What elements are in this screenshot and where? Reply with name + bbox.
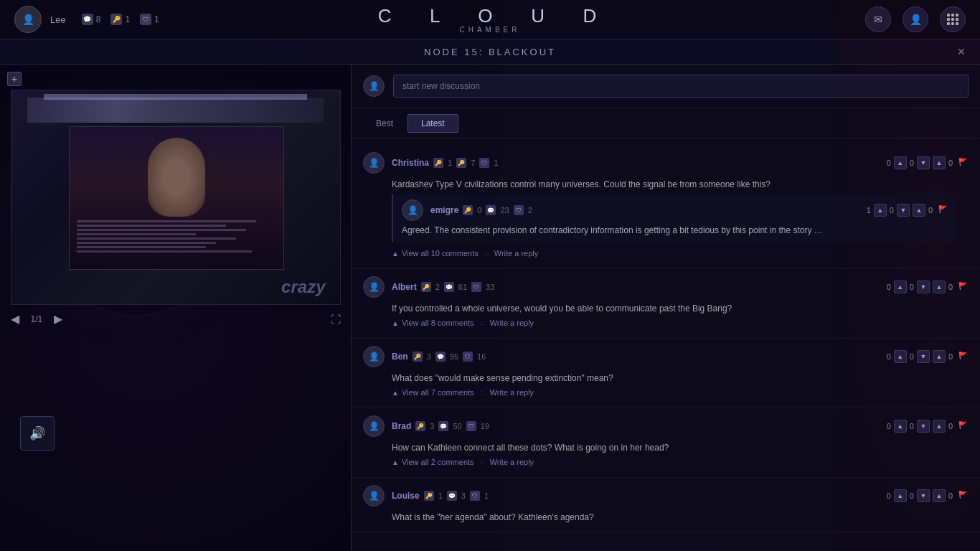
flag-button[interactable]: 🚩 bbox=[958, 491, 969, 501]
comment-badge: 💬 bbox=[447, 491, 457, 501]
comment-votes: 0 ▲ 0 ▼ ▲ 0 🚩 bbox=[887, 350, 969, 363]
comment-icon: 💬 bbox=[82, 14, 93, 25]
vote-down-button[interactable]: ▼ bbox=[917, 281, 930, 293]
comment-stat: 1 bbox=[484, 491, 489, 500]
user-button[interactable]: 👤 bbox=[903, 6, 928, 32]
new-discussion-input[interactable] bbox=[393, 75, 969, 98]
text-line bbox=[77, 242, 217, 244]
view-comments-label: View all 2 comments bbox=[402, 458, 474, 466]
vote-count: 0 bbox=[948, 422, 953, 430]
video-next-button[interactable]: ▶ bbox=[54, 312, 62, 326]
comment-badge-shield: 🛡 bbox=[479, 158, 489, 168]
comment-header: 👤 Louise 🔑 1 💬 3 🛡 1 0 ▲ 0 ▼ bbox=[363, 485, 969, 507]
nested-badge: 💬 bbox=[486, 205, 496, 215]
video-glitch-2 bbox=[44, 94, 306, 100]
separator: ∴ bbox=[480, 389, 484, 397]
view-comments-row: ▲ View all 2 comments ∴ Write a reply bbox=[363, 454, 969, 470]
text-line bbox=[77, 246, 207, 248]
app-logo: C L O U D Chamber bbox=[378, 5, 603, 34]
vote-count: 0 bbox=[890, 206, 894, 215]
vote-up-button[interactable]: ▲ bbox=[894, 489, 907, 502]
vote-up-button[interactable]: ▲ bbox=[894, 281, 907, 293]
grid-button[interactable] bbox=[940, 6, 966, 32]
video-fullscreen-button[interactable]: ⛶ bbox=[331, 314, 341, 325]
flag-button[interactable]: 🚩 bbox=[958, 421, 969, 431]
write-reply-button[interactable]: Write a reply bbox=[490, 458, 534, 466]
comment-votes: 0 ▲ 0 ▼ ▲ 0 🚩 bbox=[887, 281, 969, 293]
comment-username: Louise bbox=[392, 491, 420, 501]
comment-badge: 💬 bbox=[435, 352, 446, 362]
expand-icon: ▲ bbox=[392, 458, 399, 466]
text-line bbox=[77, 233, 197, 235]
video-prev-button[interactable]: ◀ bbox=[11, 312, 19, 326]
nav-stat-keys: 🔑 1 bbox=[110, 14, 130, 25]
flag-button[interactable]: 🚩 bbox=[958, 352, 969, 362]
comment-meta: Louise 🔑 1 💬 3 🛡 1 bbox=[392, 491, 880, 501]
comment-text: What does "would make sense pending exti… bbox=[392, 372, 969, 385]
close-button[interactable]: ✕ bbox=[957, 46, 966, 57]
zoom-in-button[interactable]: + bbox=[7, 72, 22, 86]
vote-count: 0 bbox=[887, 159, 891, 167]
vote-down-button[interactable]: ▼ bbox=[917, 350, 930, 363]
write-reply-button[interactable]: Write a reply bbox=[494, 249, 539, 258]
flag-button[interactable]: 🚩 bbox=[958, 158, 969, 168]
video-page: 1/1 bbox=[31, 314, 43, 324]
vote-down-button[interactable]: ▼ bbox=[897, 204, 910, 217]
nav-stat-shield-val: 1 bbox=[154, 14, 159, 24]
comment-username: Brad bbox=[392, 421, 411, 431]
comment-stat: 2 bbox=[435, 283, 440, 291]
vote-up-button[interactable]: ▲ bbox=[894, 420, 907, 433]
text-line bbox=[77, 237, 236, 240]
tab-best[interactable]: Best bbox=[363, 114, 406, 133]
vote-count: 0 bbox=[887, 422, 891, 430]
user-avatar[interactable]: 👤 bbox=[14, 6, 42, 33]
vote-up-button[interactable]: ▲ bbox=[874, 204, 887, 217]
flag-button[interactable]: 🚩 bbox=[958, 282, 969, 292]
comment-stat: 50 bbox=[453, 422, 461, 430]
vote-extra-button[interactable]: ▲ bbox=[933, 281, 946, 293]
vote-down-button[interactable]: ▼ bbox=[917, 420, 930, 433]
nested-comment: 👤 emigre 🔑 0 💬 23 🛡 2 1 ▲ bbox=[392, 194, 957, 242]
video-frame-inner: crazy bbox=[11, 90, 340, 304]
comment-meta: Brad 🔑 3 💬 50 🛡 19 bbox=[392, 421, 880, 431]
text-line bbox=[77, 229, 246, 231]
main-content: + bbox=[0, 65, 980, 551]
view-comments-button[interactable]: ▲ View all 7 comments bbox=[392, 388, 474, 397]
comment-badge: 🛡 bbox=[466, 421, 476, 431]
comment-stat: 33 bbox=[486, 283, 494, 291]
vote-extra-button[interactable]: ▲ bbox=[913, 204, 925, 217]
text-line bbox=[77, 220, 256, 222]
view-comments-row: ▲ View all 10 comments ∴ Write a reply bbox=[363, 245, 969, 261]
comment-meta: Christina 🔑 1 🔑 7 🛡 1 bbox=[392, 158, 880, 168]
write-reply-button[interactable]: Write a reply bbox=[490, 319, 534, 327]
vote-up-button[interactable]: ▲ bbox=[894, 156, 907, 169]
view-comments-button[interactable]: ▲ View all 8 comments bbox=[392, 319, 474, 327]
comment-username: Albert bbox=[392, 282, 417, 292]
mail-button[interactable]: ✉ bbox=[865, 6, 891, 32]
view-comments-button[interactable]: ▲ View all 2 comments bbox=[392, 458, 474, 466]
vote-count: 1 bbox=[867, 206, 871, 215]
vote-extra-button[interactable]: ▲ bbox=[933, 156, 946, 169]
video-controls: ◀ 1/1 ▶ ⛶ bbox=[11, 312, 341, 326]
comment-header: 👤 Albert 🔑 2 💬 61 🛡 33 0 ▲ 0 ▼ bbox=[363, 276, 969, 298]
video-panel: + bbox=[0, 65, 352, 551]
vote-extra-button[interactable]: ▲ bbox=[933, 420, 946, 433]
comment-stat: 1 bbox=[494, 159, 498, 167]
comment-text: If you controlled a whole universe, woul… bbox=[392, 302, 969, 315]
tab-latest[interactable]: Latest bbox=[407, 114, 458, 133]
vote-extra-button[interactable]: ▲ bbox=[933, 350, 946, 363]
vote-down-button[interactable]: ▼ bbox=[917, 156, 930, 169]
expand-icon: ▲ bbox=[392, 319, 399, 327]
comment-meta: Ben 🔑 3 💬 95 🛡 16 bbox=[392, 352, 880, 362]
vote-up-button[interactable]: ▲ bbox=[894, 350, 907, 363]
write-reply-button[interactable]: Write a reply bbox=[490, 388, 534, 397]
view-comments-button[interactable]: ▲ View all 10 comments bbox=[392, 249, 479, 258]
vote-count: 0 bbox=[910, 159, 914, 167]
vote-extra-button[interactable]: ▲ bbox=[933, 489, 946, 502]
vote-down-button[interactable]: ▼ bbox=[917, 489, 930, 502]
flag-button[interactable]: 🚩 bbox=[938, 205, 948, 215]
separator: ∴ bbox=[480, 458, 484, 466]
nav-username: Lee bbox=[50, 14, 66, 25]
comment-badge: 🛡 bbox=[471, 282, 481, 292]
sound-button[interactable]: 🔊 bbox=[20, 416, 55, 451]
